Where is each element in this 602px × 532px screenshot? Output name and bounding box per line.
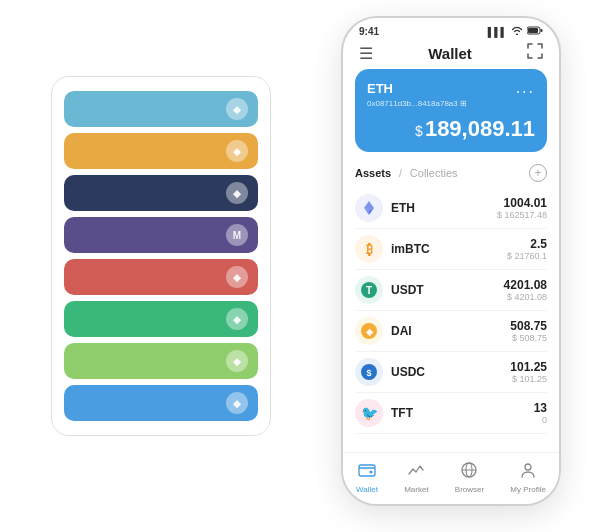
status-bar: 9:41 ▌▌▌ [343,18,559,41]
nav-item-my-profile[interactable]: My Profile [510,461,546,494]
asset-amount: 1004.01 [497,196,547,210]
tab-assets[interactable]: Assets [355,167,391,179]
wifi-icon [511,26,523,37]
asset-right: 1004.01$ 162517.48 [497,196,547,220]
asset-usd: $ 162517.48 [497,210,547,220]
nav-label-wallet: Wallet [356,485,378,494]
asset-usd: $ 4201.08 [504,292,547,302]
asset-usd: 0 [534,415,547,425]
card-item: ◆ [64,175,258,211]
asset-left: ◈DAI [355,317,412,345]
svg-rect-1 [528,28,538,33]
asset-name: DAI [391,324,412,338]
asset-usd: $ 21760.1 [507,251,547,261]
nav-item-browser[interactable]: Browser [455,461,484,494]
asset-amount: 508.75 [510,319,547,333]
asset-left: TUSDT [355,276,424,304]
nav-label-market: Market [404,485,428,494]
asset-item[interactable]: ETH1004.01$ 162517.48 [355,188,547,229]
assets-header: Assets / Collecties + [343,160,559,188]
scene: ◆◆◆M◆◆◆◆ 9:41 ▌▌▌ ☰ [21,16,581,516]
asset-usd: $ 101.25 [510,374,547,384]
card-item-icon: ◆ [226,182,248,204]
svg-text:◈: ◈ [365,327,374,337]
card-item-icon: ◆ [226,140,248,162]
asset-icon-eth [355,194,383,222]
svg-text:T: T [366,285,372,296]
nav-icon-market [407,461,425,483]
card-item-icon: M [226,224,248,246]
asset-left: $USDC [355,358,425,386]
asset-list: ETH1004.01$ 162517.48₿imBTC2.5$ 21760.1T… [343,188,559,452]
asset-name: USDC [391,365,425,379]
asset-usd: $ 508.75 [510,333,547,343]
card-item-icon: ◆ [226,392,248,414]
asset-amount: 2.5 [507,237,547,251]
asset-item[interactable]: 🐦TFT130 [355,393,547,434]
card-item: ◆ [64,343,258,379]
svg-rect-12 [359,465,375,476]
eth-card-balance: $189,089.11 [367,116,535,142]
card-item-icon: ◆ [226,308,248,330]
card-item-icon: ◆ [226,266,248,288]
nav-icon-my-profile [519,461,537,483]
battery-icon [527,26,543,37]
page-title: Wallet [428,45,472,62]
nav-icon-browser [460,461,478,483]
asset-icon-imbtc: ₿ [355,235,383,263]
status-icons: ▌▌▌ [488,26,543,37]
asset-item[interactable]: ◈DAI508.75$ 508.75 [355,311,547,352]
top-nav: ☰ Wallet [343,41,559,69]
asset-icon-usdt: T [355,276,383,304]
assets-tabs: Assets / Collecties [355,167,458,179]
expand-icon[interactable] [527,43,543,63]
card-item: ◆ [64,91,258,127]
svg-point-16 [525,464,531,470]
asset-left: ETH [355,194,415,222]
eth-dollar-sign: $ [415,123,423,139]
eth-card: ETH ... 0x08711d3b...8418a78a3 ⊞ $189,08… [355,69,547,152]
asset-left: ₿imBTC [355,235,430,263]
asset-right: 4201.08$ 4201.08 [504,278,547,302]
asset-right: 130 [534,401,547,425]
svg-rect-2 [541,29,543,32]
asset-left: 🐦TFT [355,399,413,427]
asset-item[interactable]: TUSDT4201.08$ 4201.08 [355,270,547,311]
asset-name: USDT [391,283,424,297]
asset-amount: 4201.08 [504,278,547,292]
svg-text:$: $ [366,368,371,378]
card-item: M [64,217,258,253]
card-item: ◆ [64,133,258,169]
asset-amount: 101.25 [510,360,547,374]
menu-icon[interactable]: ☰ [359,44,373,63]
bottom-nav: WalletMarketBrowserMy Profile [343,452,559,504]
nav-icon-wallet [358,461,376,483]
asset-icon-usdc: $ [355,358,383,386]
signal-icon: ▌▌▌ [488,27,507,37]
asset-amount: 13 [534,401,547,415]
card-item: ◆ [64,385,258,421]
asset-icon-dai: ◈ [355,317,383,345]
asset-name: imBTC [391,242,430,256]
eth-card-address: 0x08711d3b...8418a78a3 ⊞ [367,99,535,108]
card-item-icon: ◆ [226,98,248,120]
eth-card-title: ETH [367,81,393,96]
asset-item[interactable]: ₿imBTC2.5$ 21760.1 [355,229,547,270]
eth-card-menu[interactable]: ... [516,79,535,97]
nav-item-market[interactable]: Market [404,461,428,494]
time-label: 9:41 [359,26,379,37]
card-item-icon: ◆ [226,350,248,372]
asset-name: TFT [391,406,413,420]
card-item: ◆ [64,301,258,337]
card-item: ◆ [64,259,258,295]
asset-right: 508.75$ 508.75 [510,319,547,343]
asset-item[interactable]: $USDC101.25$ 101.25 [355,352,547,393]
nav-item-wallet[interactable]: Wallet [356,461,378,494]
add-asset-button[interactable]: + [529,164,547,182]
eth-balance-amount: 189,089.11 [425,116,535,141]
tab-slash: / [399,168,402,179]
svg-point-13 [370,471,373,474]
tab-collecties[interactable]: Collecties [410,167,458,179]
asset-right: 101.25$ 101.25 [510,360,547,384]
nav-label-browser: Browser [455,485,484,494]
